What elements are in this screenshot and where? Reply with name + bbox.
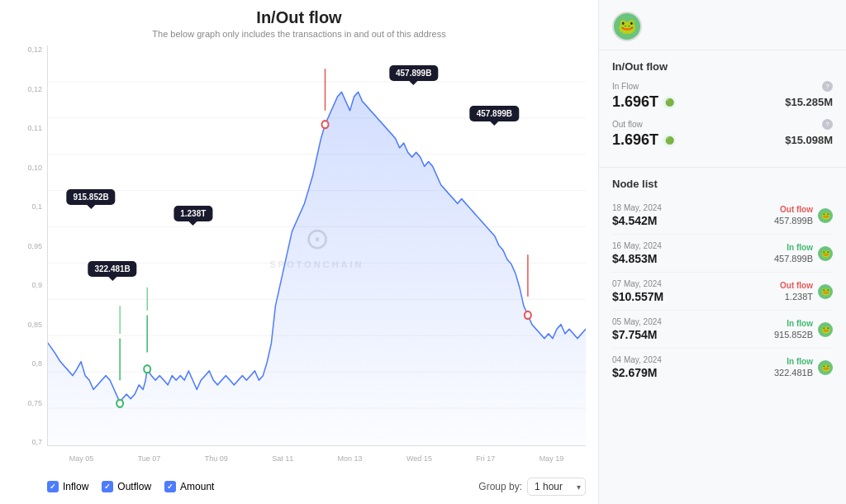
chart-area: 0,12 0,12 0,11 0,10 0,1 0,95 0,9 0,85 0,… bbox=[12, 45, 586, 471]
node-left: 04 May, 2024 $2.679M bbox=[612, 355, 662, 379]
coin-icon: 🐸 bbox=[818, 284, 833, 299]
section-title: In/Out flow bbox=[612, 60, 833, 73]
coin-icon: 🐸 bbox=[818, 322, 833, 337]
inflow-help-icon[interactable]: ? bbox=[822, 81, 833, 92]
inflow-item: In Flow ? 1.696T 🟢 $15.285M bbox=[612, 81, 833, 111]
outflow-label: Outflow bbox=[117, 481, 151, 492]
node-list-container: 18 May, 2024 $4.542M Out flow 457.899B 🐸… bbox=[612, 197, 833, 386]
coin-icon: 🐸 bbox=[818, 360, 833, 375]
outflow-usd: $15.098M bbox=[785, 134, 833, 146]
node-right: In flow 457.899B 🐸 bbox=[774, 243, 833, 264]
main-container: In/Out flow The below graph only include… bbox=[0, 0, 846, 504]
node-left: 07 May, 2024 $10.557M bbox=[612, 279, 663, 303]
group-by-control: Group by: 1 hour 4 hours 1 day 1 week bbox=[478, 478, 586, 496]
svg-marker-10 bbox=[48, 92, 586, 445]
chart-container: 0,12 0,12 0,11 0,10 0,1 0,95 0,9 0,85 0,… bbox=[12, 45, 586, 471]
outflow-dot: 🟢 bbox=[663, 134, 676, 147]
node-right: In flow 915.852B 🐸 bbox=[774, 319, 833, 340]
avatar: 🐸 bbox=[612, 12, 642, 41]
amount-checkbox-box: ✓ bbox=[164, 481, 176, 492]
outflow-amount: 1.696T 🟢 bbox=[612, 131, 676, 149]
outflow-checkbox-box: ✓ bbox=[102, 481, 113, 492]
svg-point-11 bbox=[116, 400, 123, 407]
y-axis: 0,12 0,12 0,11 0,10 0,1 0,95 0,9 0,85 0,… bbox=[12, 45, 47, 446]
node-item[interactable]: 16 May, 2024 $4.853M In flow 457.899B 🐸 bbox=[612, 235, 833, 273]
page-title: In/Out flow bbox=[12, 8, 586, 27]
amount-label: Amount bbox=[180, 481, 214, 492]
x-axis: May 05 Tue 07 Thu 09 Sat 11 Mon 13 Wed 1… bbox=[47, 446, 586, 471]
left-panel: In/Out flow The below graph only include… bbox=[0, 0, 598, 504]
node-right: In flow 322.481B 🐸 bbox=[774, 357, 833, 378]
outflow-label-row: Out flow ? bbox=[612, 119, 833, 130]
page-subtitle: The below graph only includes the transa… bbox=[12, 29, 586, 39]
node-right: Out flow 1.238T 🐸 bbox=[780, 281, 833, 302]
coin-icon: 🐸 bbox=[818, 208, 833, 223]
node-left: 05 May, 2024 $7.754M bbox=[612, 317, 662, 341]
node-item[interactable]: 04 May, 2024 $2.679M In flow 322.481B 🐸 bbox=[612, 349, 833, 386]
inflow-label: Inflow bbox=[63, 481, 88, 492]
node-item[interactable]: 18 May, 2024 $4.542M Out flow 457.899B 🐸 bbox=[612, 197, 833, 235]
coin-icon: 🐸 bbox=[818, 246, 833, 261]
chart-svg: ⊙ SPOTONCHAIN 915.852B 322.481B 1.238T 4 bbox=[47, 45, 586, 446]
outflow-help-icon[interactable]: ? bbox=[822, 119, 833, 130]
node-list-section: Node list 18 May, 2024 $4.542M Out flow … bbox=[599, 168, 846, 504]
inflow-checkbox[interactable]: ✓ Inflow bbox=[47, 481, 88, 492]
svg-point-15 bbox=[322, 121, 329, 128]
inflow-dot: 🟢 bbox=[663, 96, 676, 109]
inout-flow-section: In/Out flow In Flow ? 1.696T 🟢 $15.285M bbox=[599, 50, 846, 168]
node-left: 18 May, 2024 $4.542M bbox=[612, 203, 662, 227]
bottom-controls: ✓ Inflow ✓ Outflow ✓ Amount Group by: bbox=[12, 471, 586, 496]
group-by-wrapper[interactable]: 1 hour 4 hours 1 day 1 week bbox=[527, 478, 586, 496]
outflow-item: Out flow ? 1.696T 🟢 $15.098M bbox=[612, 119, 833, 149]
outflow-text: Out flow bbox=[612, 120, 643, 129]
outflow-checkbox[interactable]: ✓ Outflow bbox=[102, 481, 151, 492]
node-right: Out flow 457.899B 🐸 bbox=[774, 205, 833, 226]
node-left: 16 May, 2024 $4.853M bbox=[612, 241, 662, 265]
node-item[interactable]: 05 May, 2024 $7.754M In flow 915.852B 🐸 bbox=[612, 311, 833, 349]
inflow-amount: 1.696T 🟢 bbox=[612, 93, 676, 111]
inflow-checkbox-box: ✓ bbox=[47, 481, 59, 492]
outflow-values: 1.696T 🟢 $15.098M bbox=[612, 131, 833, 149]
inflow-label-row: In Flow ? bbox=[612, 81, 833, 92]
inflow-usd: $15.285M bbox=[785, 96, 833, 108]
title-area: In/Out flow The below graph only include… bbox=[12, 8, 586, 39]
amount-checkbox[interactable]: ✓ Amount bbox=[164, 481, 214, 492]
inflow-text: In Flow bbox=[612, 82, 639, 91]
right-panel: 🐸 In/Out flow In Flow ? 1.696T 🟢 $15.285… bbox=[598, 0, 846, 504]
group-by-label: Group by: bbox=[478, 481, 522, 492]
rp-header: 🐸 bbox=[599, 0, 846, 50]
node-list-title: Node list bbox=[612, 178, 833, 190]
inflow-values: 1.696T 🟢 $15.285M bbox=[612, 93, 833, 111]
node-item[interactable]: 07 May, 2024 $10.557M Out flow 1.238T 🐸 bbox=[612, 273, 833, 311]
svg-point-16 bbox=[525, 311, 531, 319]
group-by-select[interactable]: 1 hour 4 hours 1 day 1 week bbox=[527, 478, 586, 496]
svg-point-12 bbox=[144, 365, 150, 373]
